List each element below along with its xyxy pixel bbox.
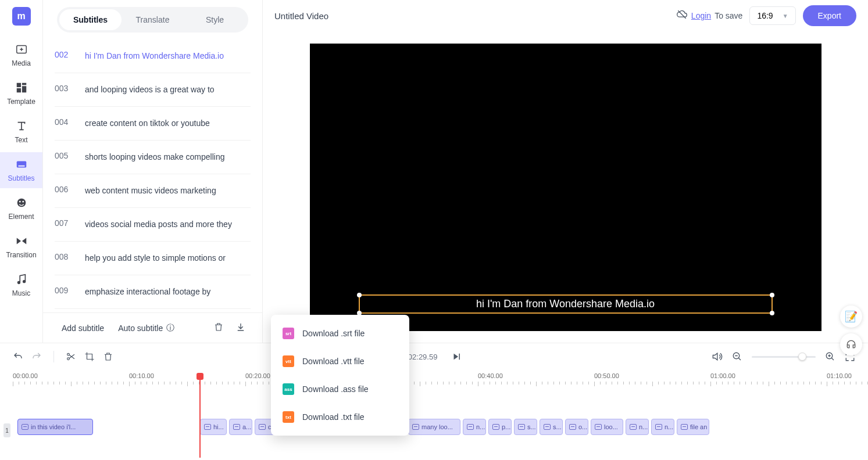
timeline-clip[interactable]: file an (677, 419, 709, 435)
resize-handle[interactable] (770, 311, 774, 315)
notes-button[interactable]: 📝 (840, 306, 862, 328)
tab-subtitles[interactable]: Subtitles (59, 9, 122, 30)
subtitle-row[interactable]: 007videos social media posts and more th… (55, 208, 251, 242)
clip-label: file an (690, 423, 707, 430)
play-next-button[interactable] (451, 351, 462, 362)
subtitle-row[interactable]: 004create content on tiktok or youtube (55, 107, 251, 141)
nav-template[interactable]: Template (0, 76, 42, 112)
download-option[interactable]: assDownload .ass file (271, 375, 409, 403)
subtitle-number: 004 (55, 117, 72, 130)
zoom-slider[interactable] (752, 356, 816, 358)
nav-text[interactable]: Text (0, 114, 42, 150)
timeline-clip[interactable]: hi... (200, 419, 227, 435)
login-link[interactable]: Login (691, 11, 711, 20)
music-icon (15, 273, 28, 286)
top-bar: Untitled Video Login To save 16:9 ▼ Expo… (263, 0, 868, 31)
delete-subtitle-button[interactable] (209, 317, 228, 339)
svg-rect-5 (16, 161, 26, 168)
subtitle-overlay[interactable]: hi I'm Dan from Wondershare Media.io (359, 294, 773, 314)
side-nav: m Media Template Text Subtitles Element … (0, 0, 43, 343)
timeline-clip[interactable]: n... (651, 419, 674, 435)
timeline-clip[interactable]: loo... (591, 419, 623, 435)
split-button[interactable] (66, 351, 76, 362)
delete-clip-button[interactable] (103, 351, 113, 362)
timeline-clip[interactable]: n... (463, 419, 486, 435)
download-option[interactable]: txtDownload .txt file (271, 403, 409, 431)
tab-style[interactable]: Style (184, 9, 246, 30)
subtitle-clip-icon (544, 424, 551, 430)
nav-label: Music (12, 289, 30, 297)
support-button[interactable] (840, 333, 862, 355)
zoom-out-button[interactable] (732, 351, 742, 362)
playhead[interactable] (199, 373, 201, 458)
preview-area: hi I'm Dan from Wondershare Media.io 📝 (263, 31, 868, 343)
nav-media[interactable]: Media (0, 37, 42, 73)
clip-label: n... (476, 423, 485, 430)
export-button[interactable]: Export (803, 5, 856, 26)
nav-label: Template (7, 98, 35, 106)
volume-button[interactable] (711, 351, 723, 362)
subtitle-text: help you add style to simple motions or (85, 252, 251, 264)
timeline-clip[interactable]: o... (565, 419, 588, 435)
floating-tools: 📝 (840, 306, 862, 355)
subtitle-row[interactable]: 006web content music videos marketing (55, 174, 251, 208)
nav-subtitles[interactable]: Subtitles (0, 152, 42, 188)
subtitle-row[interactable]: 009emphasize interactional footage by (55, 275, 251, 309)
zoom-thumb[interactable] (798, 353, 806, 361)
subtitle-panel: Subtitles Translate Style 002hi I'm Dan … (43, 0, 263, 343)
subtitle-clip-icon (233, 424, 240, 430)
redo-button[interactable] (31, 351, 42, 362)
download-option[interactable]: srtDownload .srt file (271, 319, 409, 347)
subtitle-clip-icon (22, 424, 28, 430)
subtitle-row[interactable]: 003and looping videos is a great way to (55, 73, 251, 107)
resize-handle[interactable] (357, 293, 362, 297)
subtitle-row[interactable]: 008help you add style to simple motions … (55, 242, 251, 275)
tab-translate[interactable]: Translate (122, 9, 184, 30)
timeline-clip[interactable]: p... (488, 419, 512, 435)
subtitle-clip-icon (595, 424, 602, 430)
subtitle-number: 002 (55, 50, 72, 62)
svg-point-10 (17, 282, 20, 284)
nav-label: Media (12, 59, 31, 67)
subtitle-number: 003 (55, 84, 72, 96)
subtitle-text: emphasize interactional footage by (85, 286, 251, 298)
download-subtitle-button[interactable] (231, 317, 251, 339)
resize-handle[interactable] (770, 293, 774, 297)
timeline-clip[interactable]: n... (626, 419, 649, 435)
format-badge-icon: txt (283, 411, 294, 423)
nav-music[interactable]: Music (0, 267, 42, 303)
timeline-clip[interactable]: s... (514, 419, 537, 435)
aspect-ratio-select[interactable]: 16:9 ▼ (749, 6, 795, 25)
project-title[interactable]: Untitled Video (274, 11, 328, 21)
subtitle-clip-icon (630, 424, 637, 430)
nav-label: Element (8, 213, 34, 221)
download-option[interactable]: vttDownload .vtt file (271, 347, 409, 375)
subtitle-row[interactable]: 002hi I'm Dan from Wondershare Media.io (55, 39, 251, 73)
format-badge-icon: ass (283, 383, 294, 395)
timeline-clip[interactable]: in this video i'l... (17, 419, 93, 435)
clip-label: a... (242, 423, 251, 430)
download-label: Download .txt file (302, 412, 365, 422)
nav-element[interactable]: Element (0, 191, 42, 227)
panel-actions: Add subtitle Auto subtitle ⓘ (43, 312, 262, 343)
timeline-ruler[interactable]: 00:00.0000:10.0000:20.0000:40.0000:50.00… (0, 370, 868, 389)
timeline-clip[interactable]: many loo... (408, 419, 460, 435)
zoom-in-button[interactable] (825, 351, 835, 362)
svg-point-9 (22, 201, 24, 203)
auto-subtitle-label: Auto subtitle (118, 324, 163, 333)
undo-button[interactable] (13, 351, 23, 362)
timeline: 00:16.23 / 02:29.59 00:00.0000:10.0000:2… (0, 343, 868, 460)
to-save-label: To save (715, 11, 742, 20)
subtitle-list[interactable]: 002hi I'm Dan from Wondershare Media.io0… (43, 39, 262, 312)
add-subtitle-button[interactable]: Add subtitle (55, 319, 111, 337)
auto-subtitle-button[interactable]: Auto subtitle ⓘ (111, 318, 181, 338)
nav-transition[interactable]: Transition (0, 229, 42, 265)
ruler-time-label: 00:10.00 (129, 372, 154, 379)
timeline-tracks[interactable]: 1 in this video i'l...hi...a...c...s...w… (0, 389, 868, 460)
timeline-clip[interactable]: s... (540, 419, 563, 435)
video-preview[interactable]: hi I'm Dan from Wondershare Media.io (310, 44, 821, 331)
subtitle-text: hi I'm Dan from Wondershare Media.io (476, 298, 655, 310)
subtitle-row[interactable]: 005shorts looping videos make compelling (55, 141, 251, 174)
crop-button[interactable] (84, 351, 95, 362)
timeline-clip[interactable]: a... (229, 419, 252, 435)
